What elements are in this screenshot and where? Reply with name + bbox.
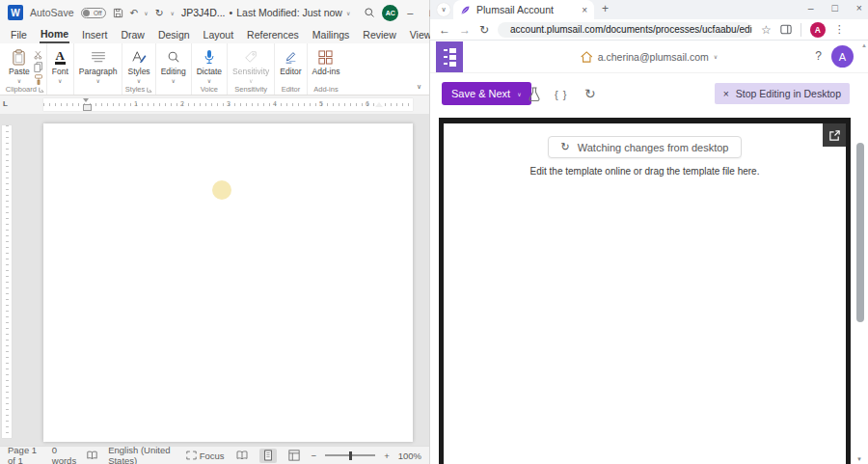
- code-braces-icon[interactable]: { }: [555, 89, 567, 100]
- sensitivity-group-label: Sensitivity: [228, 85, 274, 94]
- zoom-slider-thumb[interactable]: [349, 451, 352, 460]
- tab-review[interactable]: Review: [362, 27, 396, 42]
- bookmark-star-icon[interactable]: ☆: [761, 23, 772, 37]
- word-account-avatar[interactable]: AC: [382, 5, 398, 21]
- styles-label: Styles: [127, 67, 149, 76]
- redo-button[interactable]: ↻: [155, 7, 164, 18]
- font-label: Font: [52, 67, 68, 76]
- plumsail-logo[interactable]: [436, 41, 463, 72]
- expand-button[interactable]: [823, 123, 846, 147]
- test-flask-icon[interactable]: [528, 87, 541, 101]
- autosave-label: AutoSave: [30, 7, 74, 18]
- stop-editing-button[interactable]: × Stop Editing in Desktop: [715, 83, 850, 104]
- refresh-template-icon[interactable]: ↻: [584, 86, 596, 101]
- tab-design[interactable]: Design: [157, 27, 191, 42]
- plumsail-avatar-initial: A: [839, 51, 846, 63]
- document-title[interactable]: JP3J4D... • Last Modified: Just now ∨: [181, 7, 350, 18]
- save-icon[interactable]: [113, 8, 123, 18]
- editor-button[interactable]: Editor: [278, 47, 303, 77]
- sensitivity-label: Sensitivity: [232, 67, 269, 76]
- autosave-toggle[interactable]: Off: [81, 8, 106, 18]
- cut-icon[interactable]: [34, 50, 43, 60]
- tab-search-chevron-icon[interactable]: ∨: [437, 3, 450, 16]
- language-indicator[interactable]: English (United States): [108, 445, 176, 464]
- copy-icon[interactable]: [34, 62, 43, 72]
- zoom-in-button[interactable]: +: [384, 450, 390, 461]
- font-menu-button[interactable]: A Font ∨: [50, 47, 70, 85]
- tab-close-icon[interactable]: ×: [582, 5, 587, 15]
- browser-menu-icon[interactable]: ⋮: [834, 23, 845, 36]
- paste-button[interactable]: Paste ∨: [7, 47, 32, 85]
- format-painter-icon[interactable]: [34, 74, 43, 85]
- print-layout-button[interactable]: [259, 449, 277, 463]
- qat-chevron-icon[interactable]: ∨: [171, 10, 175, 16]
- undo-button[interactable]: ↶∨: [130, 7, 149, 18]
- paragraph-chevron-icon: ∨: [95, 77, 99, 84]
- focus-button[interactable]: Focus: [186, 450, 225, 461]
- tab-mailings[interactable]: Mailings: [312, 27, 351, 42]
- tab-references[interactable]: References: [246, 27, 300, 42]
- proofing-book-icon[interactable]: [87, 450, 97, 460]
- scrollbar-down-arrow-icon[interactable]: ▼: [856, 456, 862, 462]
- browser-maximize-button[interactable]: □: [832, 2, 838, 14]
- help-button[interactable]: ?: [815, 49, 822, 63]
- search-icon[interactable]: [364, 7, 375, 18]
- watching-label: Watching changes from desktop: [578, 142, 729, 153]
- zoom-out-button[interactable]: −: [312, 450, 317, 461]
- word-ribbon: Paste ∨ Clipboard A Font ∨: [0, 43, 429, 96]
- tab-draw[interactable]: Draw: [120, 27, 146, 42]
- web-layout-button[interactable]: [285, 449, 303, 463]
- page-scrollbar[interactable]: ▼: [855, 42, 865, 462]
- browser-tab-title: Plumsail Account: [476, 4, 576, 15]
- new-tab-button[interactable]: +: [602, 2, 609, 15]
- document-page[interactable]: [43, 123, 413, 442]
- minimize-button[interactable]: –: [407, 7, 413, 18]
- back-button[interactable]: ←: [439, 24, 450, 36]
- save-next-button[interactable]: Save & Next ∨: [442, 82, 531, 105]
- forward-button[interactable]: →: [459, 24, 471, 36]
- home-icon: [581, 51, 593, 63]
- vertical-ruler[interactable]: [2, 125, 12, 438]
- dictate-button[interactable]: Dictate ∨: [195, 47, 224, 85]
- word-ribbon-tabs: File Home Insert Draw Design Layout Refe…: [0, 25, 429, 43]
- browser-close-button[interactable]: ×: [856, 2, 862, 14]
- tab-selector[interactable]: L: [3, 99, 8, 108]
- browser-profile-avatar[interactable]: A: [810, 22, 826, 38]
- editing-menu-button[interactable]: Editing ∨: [159, 47, 188, 85]
- word-count[interactable]: 0 words: [52, 445, 76, 464]
- font-group: A Font ∨: [47, 43, 74, 95]
- watching-changes-pill[interactable]: ↻ Watching changes from desktop: [548, 136, 743, 158]
- horizontal-ruler[interactable]: 1 2 3 4 5 6: [43, 98, 413, 111]
- tab-view[interactable]: View: [409, 27, 433, 42]
- url-bar[interactable]: account.plumsail.com/documents/processes…: [498, 22, 752, 38]
- zoom-slider[interactable]: [325, 454, 375, 456]
- styles-menu-button[interactable]: Styles ∨: [125, 47, 151, 85]
- read-mode-button[interactable]: [233, 449, 251, 463]
- side-panel-icon[interactable]: [780, 24, 792, 35]
- browser-tab-active[interactable]: Plumsail Account ×: [453, 0, 594, 19]
- redo-icon: ↻: [155, 7, 164, 18]
- tab-home[interactable]: Home: [40, 26, 69, 43]
- tab-file[interactable]: File: [10, 27, 28, 42]
- page-indicator[interactable]: Page 1 of 1: [8, 445, 41, 464]
- zoom-level[interactable]: 100%: [398, 450, 421, 461]
- account-switcher[interactable]: a.cherina@plumsail.com ∨: [581, 51, 719, 63]
- template-canvas[interactable]: ↻ Watching changes from desktop Edit the…: [444, 123, 846, 464]
- paragraph-menu-button[interactable]: Paragraph ∨: [77, 47, 120, 85]
- cursor-highlight: [212, 180, 231, 200]
- reload-button[interactable]: ↻: [479, 24, 489, 36]
- tab-layout[interactable]: Layout: [203, 27, 235, 42]
- indent-marker-right[interactable]: [375, 102, 383, 107]
- ruler-number: 2: [180, 100, 184, 107]
- plumsail-avatar[interactable]: A: [831, 45, 854, 68]
- tab-insert[interactable]: Insert: [81, 27, 108, 42]
- addins-button[interactable]: Add-ins: [311, 47, 342, 77]
- editor-label: Editor: [280, 67, 301, 76]
- browser-minimize-button[interactable]: –: [808, 2, 814, 14]
- ruler-number: 3: [227, 100, 231, 107]
- scrollbar-thumb[interactable]: [856, 143, 864, 322]
- open-external-icon: [828, 129, 841, 142]
- browser-addressbar: ← → ↻ account.plumsail.com/documents/pro…: [430, 19, 868, 41]
- indent-marker-left[interactable]: [83, 98, 90, 111]
- ribbon-collapse-chevron-icon[interactable]: ∨: [417, 83, 421, 91]
